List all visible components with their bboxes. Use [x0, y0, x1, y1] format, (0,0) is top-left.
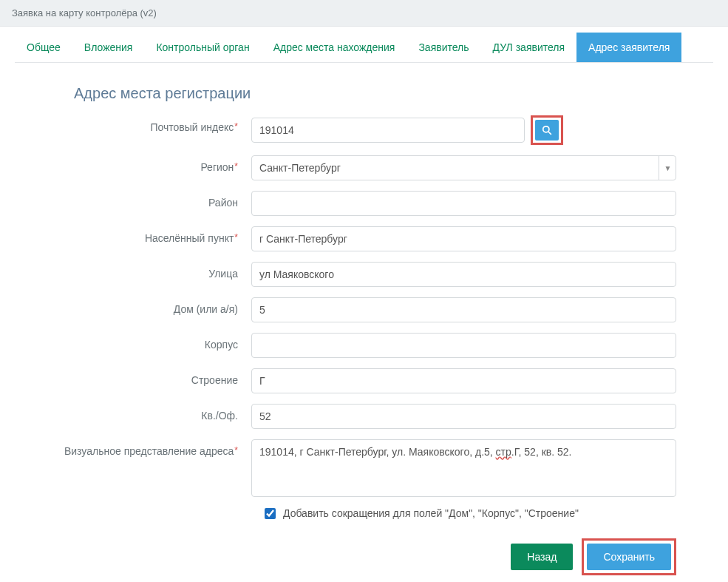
search-icon: [542, 125, 552, 135]
tab-general[interactable]: Общее: [15, 33, 72, 62]
korpus-input[interactable]: [251, 333, 676, 358]
svg-point-0: [543, 126, 549, 132]
form-section-title: Адрес места регистрации: [74, 85, 676, 102]
stroenie-input[interactable]: [251, 368, 676, 393]
visual-address-textarea[interactable]: 191014, г Санкт-Петербург, ул. Маяковско…: [251, 439, 676, 497]
kvof-input[interactable]: [251, 404, 676, 429]
tabs-bar: Общее Вложения Контрольный орган Адрес м…: [15, 33, 713, 63]
page-header: Заявка на карту контролёра (v2): [0, 0, 728, 27]
highlight-save: Сохранить: [582, 538, 676, 575]
region-select[interactable]: Санкт-Петербург: [251, 155, 676, 180]
region-label: Регион: [52, 155, 251, 173]
city-label: Населённый пункт: [52, 226, 251, 244]
page-title: Заявка на карту контролёра (v2): [12, 7, 157, 18]
postcode-label: Почтовый индекс: [52, 115, 251, 133]
tab-location-address[interactable]: Адрес места нахождения: [262, 33, 407, 62]
abbrev-checkbox-label: Добавить сокращения для полей "Дом", "Ко…: [283, 507, 579, 519]
house-label: Дом (или а/я): [52, 297, 251, 315]
tab-applicant-address[interactable]: Адрес заявителя: [576, 33, 681, 62]
stroenie-label: Строение: [52, 368, 251, 386]
postcode-search-button[interactable]: [535, 120, 559, 141]
house-input[interactable]: [251, 297, 676, 322]
korpus-label: Корпус: [52, 333, 251, 351]
district-label: Район: [52, 191, 251, 209]
back-button[interactable]: Назад: [511, 544, 573, 570]
street-label: Улица: [52, 262, 251, 280]
highlight-search: [531, 115, 563, 145]
city-input[interactable]: [251, 226, 676, 251]
save-button[interactable]: Сохранить: [587, 544, 671, 570]
visual-label: Визуальное представление адреса: [52, 439, 251, 457]
abbrev-checkbox[interactable]: [265, 508, 276, 519]
tab-applicant[interactable]: Заявитель: [406, 33, 480, 62]
tab-control-body[interactable]: Контрольный орган: [144, 33, 261, 62]
postcode-input[interactable]: [251, 118, 525, 143]
tab-attachments[interactable]: Вложения: [72, 33, 145, 62]
street-input[interactable]: [251, 262, 676, 287]
kvof-label: Кв./Оф.: [52, 404, 251, 422]
svg-line-1: [548, 132, 551, 135]
tab-applicant-id[interactable]: ДУЛ заявителя: [481, 33, 577, 62]
district-input[interactable]: [251, 191, 676, 216]
